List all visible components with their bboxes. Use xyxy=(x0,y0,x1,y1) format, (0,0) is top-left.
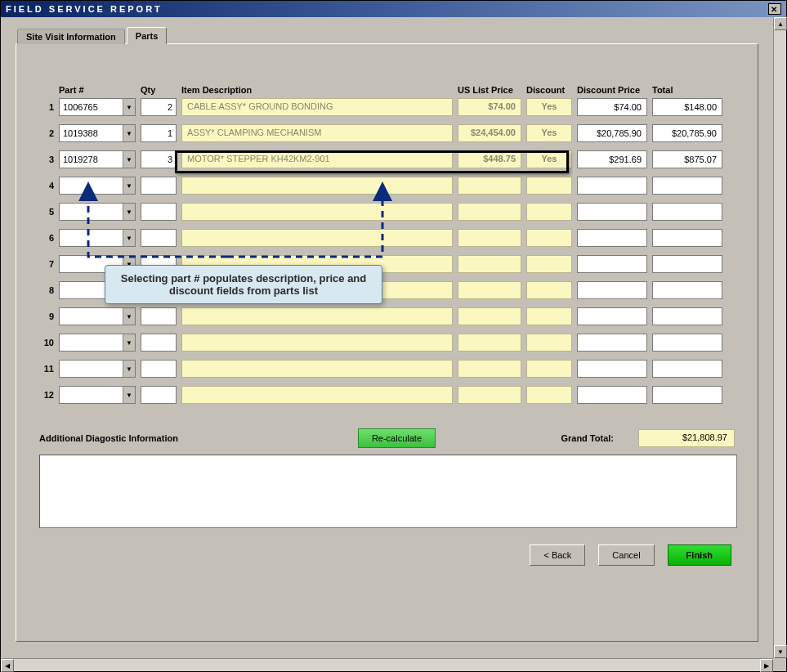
row-number: 9 xyxy=(39,311,59,321)
chevron-down-icon[interactable]: ▼ xyxy=(123,125,135,141)
part-combo[interactable]: ▼ xyxy=(59,98,136,116)
part-combo[interactable]: ▼ xyxy=(59,307,136,325)
close-button[interactable]: ✕ xyxy=(768,3,781,15)
chevron-down-icon[interactable]: ▼ xyxy=(123,387,135,403)
qty-input[interactable] xyxy=(141,124,177,142)
scroll-down-icon[interactable]: ▼ xyxy=(774,645,787,658)
qty-input[interactable] xyxy=(141,386,177,404)
grand-total-label: Grand Total: xyxy=(561,433,614,443)
part-input[interactable] xyxy=(60,204,123,220)
part-input[interactable] xyxy=(60,387,123,403)
callout-box: Selecting part # populates description, … xyxy=(105,265,382,304)
recalculate-button[interactable]: Re-calculate xyxy=(358,428,436,448)
total-input[interactable] xyxy=(652,177,722,195)
total-input[interactable] xyxy=(652,386,722,404)
part-combo[interactable]: ▼ xyxy=(59,229,136,247)
part-combo[interactable]: ▼ xyxy=(59,150,136,168)
back-button[interactable]: < Back xyxy=(530,544,585,566)
header-desc: Item Description xyxy=(181,85,453,95)
part-input[interactable] xyxy=(60,177,123,194)
chevron-down-icon[interactable]: ▼ xyxy=(123,204,135,220)
discount-price-input[interactable] xyxy=(577,334,647,352)
diagnostic-textarea[interactable] xyxy=(39,455,737,528)
price-field xyxy=(458,203,521,221)
qty-input[interactable] xyxy=(141,360,177,378)
part-input[interactable] xyxy=(60,308,123,325)
table-row: 2▼ASSY* CLAMPING MECHANISM$24,454.00Yes xyxy=(39,124,735,142)
grand-total-value: $21,808.97 xyxy=(638,429,735,447)
vertical-scrollbar[interactable]: ▲ ▼ xyxy=(773,17,786,658)
scroll-left-icon[interactable]: ◀ xyxy=(1,659,14,672)
total-input[interactable] xyxy=(652,150,722,168)
cancel-button[interactable]: Cancel xyxy=(598,544,654,566)
discount-price-input[interactable] xyxy=(577,386,647,404)
discount-price-input[interactable] xyxy=(577,98,647,116)
tab-parts[interactable]: Parts xyxy=(127,27,168,44)
qty-input[interactable] xyxy=(141,334,177,352)
discount-price-input[interactable] xyxy=(577,281,647,299)
desc-field xyxy=(181,360,453,378)
price-field: $448.75 xyxy=(458,150,521,168)
total-input[interactable] xyxy=(652,124,722,142)
part-input[interactable] xyxy=(60,151,123,168)
scroll-right-icon[interactable]: ▶ xyxy=(760,659,773,672)
total-input[interactable] xyxy=(652,334,722,352)
total-input[interactable] xyxy=(652,98,722,116)
chevron-down-icon[interactable]: ▼ xyxy=(123,177,135,194)
chevron-down-icon[interactable]: ▼ xyxy=(123,308,135,325)
total-input[interactable] xyxy=(652,360,722,378)
tab-site-visit[interactable]: Site Visit Information xyxy=(17,29,125,44)
part-input[interactable] xyxy=(60,230,123,246)
horizontal-scrollbar[interactable]: ◀ ▶ xyxy=(1,658,773,671)
discount-field xyxy=(526,229,572,247)
qty-input[interactable] xyxy=(141,229,177,247)
discount-price-input[interactable] xyxy=(577,124,647,142)
part-combo[interactable]: ▼ xyxy=(59,360,136,378)
scroll-up-icon[interactable]: ▲ xyxy=(774,17,787,30)
chevron-down-icon[interactable]: ▼ xyxy=(123,334,135,351)
discount-price-input[interactable] xyxy=(577,203,647,221)
total-input[interactable] xyxy=(652,203,722,221)
chevron-down-icon[interactable]: ▼ xyxy=(123,361,135,377)
header-price: US List Price xyxy=(458,85,521,95)
discount-price-input[interactable] xyxy=(577,307,647,325)
chevron-down-icon[interactable]: ▼ xyxy=(123,230,135,246)
part-input[interactable] xyxy=(60,99,123,115)
chevron-down-icon[interactable]: ▼ xyxy=(123,151,135,168)
discount-price-input[interactable] xyxy=(577,229,647,247)
desc-field: ASSY* CLAMPING MECHANISM xyxy=(181,124,453,142)
part-combo[interactable]: ▼ xyxy=(59,386,136,404)
discount-price-input[interactable] xyxy=(577,177,647,195)
discount-field xyxy=(526,360,572,378)
discount-price-input[interactable] xyxy=(577,150,647,168)
part-input[interactable] xyxy=(60,125,123,141)
table-row: 4▼ xyxy=(39,177,735,195)
qty-input[interactable] xyxy=(141,98,177,116)
finish-button[interactable]: Finish xyxy=(668,544,731,566)
tab-strip: Site Visit Information Parts xyxy=(17,27,168,44)
header-disc: Discount xyxy=(526,85,572,95)
total-input[interactable] xyxy=(652,255,722,273)
discount-price-input[interactable] xyxy=(577,360,647,378)
total-input[interactable] xyxy=(652,281,722,299)
qty-input[interactable] xyxy=(141,150,177,168)
table-row: 5▼ xyxy=(39,203,735,221)
part-combo[interactable]: ▼ xyxy=(59,203,136,221)
part-combo[interactable]: ▼ xyxy=(59,177,136,195)
part-combo[interactable]: ▼ xyxy=(59,124,136,142)
qty-input[interactable] xyxy=(141,307,177,325)
total-input[interactable] xyxy=(652,229,722,247)
price-field xyxy=(458,177,521,195)
part-combo[interactable]: ▼ xyxy=(59,334,136,352)
discount-field xyxy=(526,203,572,221)
part-input[interactable] xyxy=(60,361,123,377)
desc-field xyxy=(181,229,453,247)
qty-input[interactable] xyxy=(141,203,177,221)
discount-price-input[interactable] xyxy=(577,255,647,273)
total-input[interactable] xyxy=(652,307,722,325)
table-row: 6▼ xyxy=(39,229,735,247)
chevron-down-icon[interactable]: ▼ xyxy=(123,99,135,115)
part-input[interactable] xyxy=(60,334,123,351)
qty-input[interactable] xyxy=(141,177,177,195)
table-row: 3▼MOTOR* STEPPER KH42KM2-901$448.75Yes xyxy=(39,150,735,168)
